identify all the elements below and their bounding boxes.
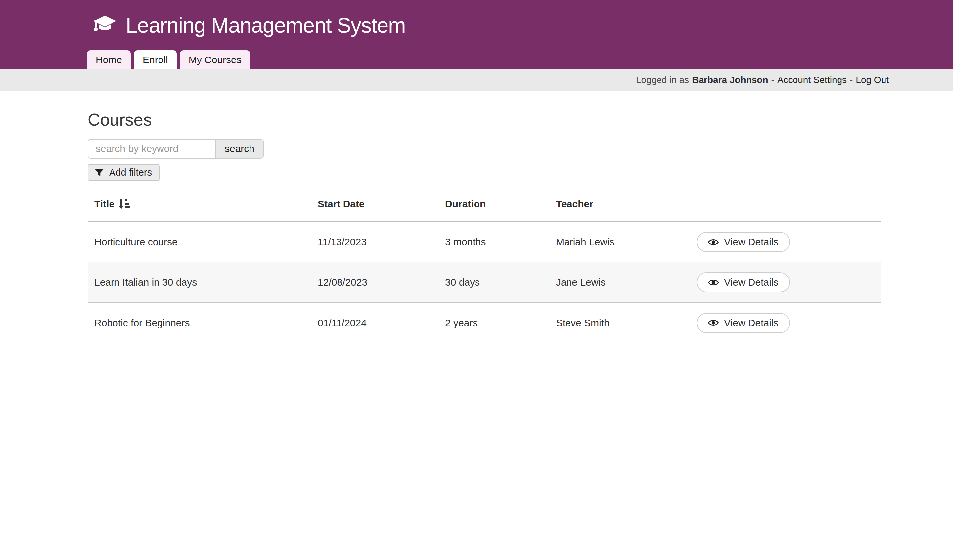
separator: -: [771, 75, 775, 85]
course-title: Learn Italian in 30 days: [88, 262, 311, 302]
course-duration: 30 days: [438, 262, 549, 302]
filter-icon: [94, 168, 104, 177]
log-out-link[interactable]: Log Out: [856, 75, 889, 85]
separator: -: [850, 75, 853, 85]
eye-icon: [708, 278, 719, 286]
search-group: search: [88, 139, 264, 159]
tab-home[interactable]: Home: [87, 50, 131, 69]
course-title: Robotic for Beginners: [88, 302, 311, 343]
course-row: Learn Italian in 30 days 12/08/2023 30 d…: [88, 262, 881, 302]
course-title: Horticulture course: [88, 222, 311, 262]
course-start-date: 01/11/2024: [311, 302, 438, 343]
course-row: Robotic for Beginners 01/11/2024 2 years…: [88, 302, 881, 343]
logged-in-text: Logged in as: [636, 75, 689, 85]
search-button[interactable]: search: [216, 139, 263, 158]
sort-amount-down-icon: [118, 199, 130, 209]
main-nav: Home Enroll My Courses: [87, 50, 250, 69]
view-details-button[interactable]: View Details: [697, 313, 790, 333]
column-header-teacher: Teacher: [549, 195, 690, 222]
app-title: Learning Management System: [126, 13, 406, 38]
account-settings-link[interactable]: Account Settings: [777, 75, 847, 85]
brand: Learning Management System: [93, 13, 406, 38]
column-header-actions: [690, 195, 881, 222]
course-teacher: Steve Smith: [549, 302, 690, 343]
course-start-date: 11/13/2023: [311, 222, 438, 262]
main-content: Courses search Add filters Title: [0, 110, 953, 343]
course-duration: 2 years: [438, 302, 549, 343]
column-header-start-date: Start Date: [311, 195, 438, 222]
page-title: Courses: [88, 110, 881, 130]
graduation-cap-icon: [93, 15, 117, 36]
eye-icon: [708, 238, 719, 246]
course-duration: 3 months: [438, 222, 549, 262]
column-header-title[interactable]: Title: [88, 195, 311, 222]
course-teacher: Jane Lewis: [549, 262, 690, 302]
course-row: Horticulture course 11/13/2023 3 months …: [88, 222, 881, 262]
course-start-date: 12/08/2023: [311, 262, 438, 302]
user-name: Barbara Johnson: [692, 75, 768, 85]
session-bar: Logged in as Barbara Johnson - Account S…: [0, 69, 953, 91]
course-teacher: Mariah Lewis: [549, 222, 690, 262]
table-header-row: Title Start Date Duration Teacher: [88, 195, 881, 222]
view-details-button[interactable]: View Details: [697, 232, 790, 252]
add-filters-label: Add filters: [109, 167, 152, 178]
courses-table: Title Start Date Duration Teacher: [88, 195, 881, 343]
eye-icon: [708, 319, 719, 327]
tab-my-courses[interactable]: My Courses: [180, 50, 250, 69]
app-header: Learning Management System Home Enroll M…: [0, 0, 953, 69]
search-input[interactable]: [88, 139, 216, 158]
column-header-duration: Duration: [438, 195, 549, 222]
add-filters-button[interactable]: Add filters: [88, 164, 160, 181]
tab-enroll[interactable]: Enroll: [134, 50, 177, 69]
view-details-button[interactable]: View Details: [697, 272, 790, 292]
